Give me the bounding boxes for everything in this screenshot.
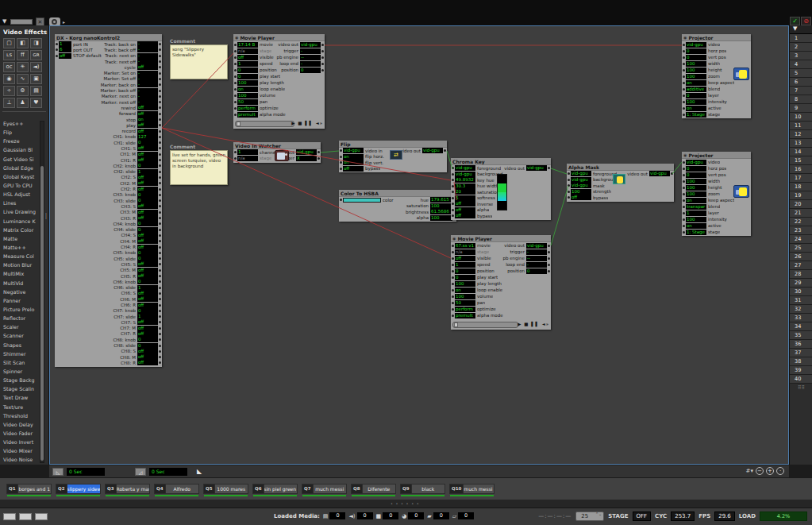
input-port[interactable] [683,161,685,164]
cue-number[interactable]: 6 [790,78,812,87]
effect-item[interactable]: Spinner [0,367,40,376]
effect-item[interactable]: Scaler [0,322,40,331]
output-port[interactable] [671,172,673,175]
effect-item[interactable]: Stage Backg [0,376,40,384]
param-value[interactable]: 100 [237,93,258,98]
param-value[interactable]: 0 [455,275,475,280]
param-value[interactable]: 1: Stage [686,230,706,235]
output-port[interactable] [159,257,161,260]
cue-number[interactable]: 35 [790,331,812,340]
output-port[interactable] [159,83,161,86]
output-port[interactable] [159,321,161,323]
param-value[interactable]: 1 [455,262,475,268]
output-value[interactable]: off [137,157,158,163]
param-value[interactable]: 100 [686,99,706,105]
cue-number[interactable]: 34 [790,322,812,331]
param-value[interactable]: 6 [59,47,71,52]
output-port[interactable] [159,252,161,254]
output-port[interactable] [159,124,161,126]
output-port[interactable] [159,246,161,249]
output-value[interactable]: off [137,354,158,360]
output-port[interactable] [159,43,161,45]
input-port[interactable] [452,185,454,187]
param-value[interactable]: vid-gpu [455,165,475,171]
output-port[interactable] [321,50,324,52]
mouse-tool-icon[interactable]: ▣ [30,74,42,84]
patch-wire[interactable] [551,186,568,245]
output-value[interactable]: - [137,94,158,99]
cue-number[interactable]: 37 [790,349,812,357]
output-port[interactable] [159,147,161,149]
effect-item[interactable]: Video Fader [0,429,40,438]
output-port[interactable] [159,141,161,144]
node-title[interactable]: Color To HSBA [339,190,456,197]
output-port[interactable] [159,298,161,300]
fade-in-field[interactable]: 0 Sec [67,468,105,476]
effect-item[interactable]: GPU To CPU [0,181,40,190]
output-value[interactable]: 0 [137,256,158,261]
output-value[interactable]: 0 [137,163,158,168]
scene-tab[interactable]: Q8Diferente [351,484,396,494]
param-value[interactable]: off [455,207,475,213]
output-port[interactable] [159,345,161,347]
output-value[interactable]: off [137,245,158,250]
output-value[interactable]: 0 [137,279,158,284]
node-korg[interactable]: DX - Korg nanoKontrol21port IN6port OUTo… [55,34,162,367]
node-title[interactable]: ◉Projector [682,34,751,41]
output-port[interactable] [317,151,320,153]
output-port[interactable] [159,48,161,51]
output-port[interactable] [159,188,161,191]
effect-item[interactable]: Video Mixer [0,446,40,455]
param-value[interactable]: transpar [686,204,706,210]
input-port[interactable] [340,168,342,170]
output-value[interactable]: off [137,152,158,157]
output-port[interactable] [159,113,161,115]
patch-canvas[interactable]: DX - Korg nanoKontrol21port IN6port OUTo… [49,25,789,465]
output-port[interactable] [159,118,161,121]
input-port[interactable] [234,82,237,84]
output-value[interactable]: off [137,331,158,337]
param-value[interactable]: n/a [237,156,258,161]
param-value[interactable]: 1 [686,210,706,216]
wave-tool-icon[interactable]: ∿ [17,74,29,84]
cue-number[interactable]: 3 [790,52,812,60]
output-value[interactable]: off [137,180,158,186]
output-value[interactable]: - [300,48,321,54]
input-port[interactable] [234,56,237,59]
input-port[interactable] [683,50,685,52]
node-title[interactable]: ◉Projector [682,152,751,159]
param-value[interactable]: off [343,166,364,172]
effect-item[interactable]: Matte++ [0,243,40,252]
input-port[interactable] [452,270,454,272]
param-value[interactable]: n/a [237,48,258,54]
effect-item[interactable]: Freeze [0,137,40,145]
param-value[interactable]: on [343,160,364,165]
cue-number[interactable]: 16 [790,165,812,174]
input-port[interactable] [568,191,570,193]
output-port[interactable] [159,269,161,272]
output-port[interactable] [159,72,161,75]
output-value[interactable]: 0 [137,337,158,342]
output-value[interactable]: X [296,156,317,161]
favorites-tool-icon[interactable]: ♥ [30,98,42,108]
cue-number[interactable]: 7 [790,87,812,95]
param-value[interactable]: off [455,213,475,218]
input-port[interactable] [452,283,454,285]
media-scrub-bar[interactable]: ▶ ■ ▌▌ ◄» [452,318,549,329]
node-title[interactable]: Alpha Mask [567,164,674,171]
effect-item[interactable]: MultiMix [0,269,40,278]
node-hsba[interactable]: Color To HSBAcolorhue179.615saturation10… [339,190,456,222]
param-value[interactable]: 100 [686,191,706,197]
output-value[interactable]: - [137,59,158,64]
param-value[interactable]: 49.8932 [455,177,475,183]
output-value[interactable]: - [137,76,158,82]
output-value[interactable]: 0 [526,268,547,274]
output-port[interactable] [159,171,161,173]
input-port[interactable] [683,107,685,110]
output-port[interactable] [159,153,161,156]
key-color-cell[interactable] [498,201,506,210]
speaker-tool-icon[interactable]: ◄) [30,62,42,72]
input-port[interactable] [683,69,685,71]
output-value[interactable]: on [137,117,158,122]
output-value[interactable]: off [137,187,158,192]
